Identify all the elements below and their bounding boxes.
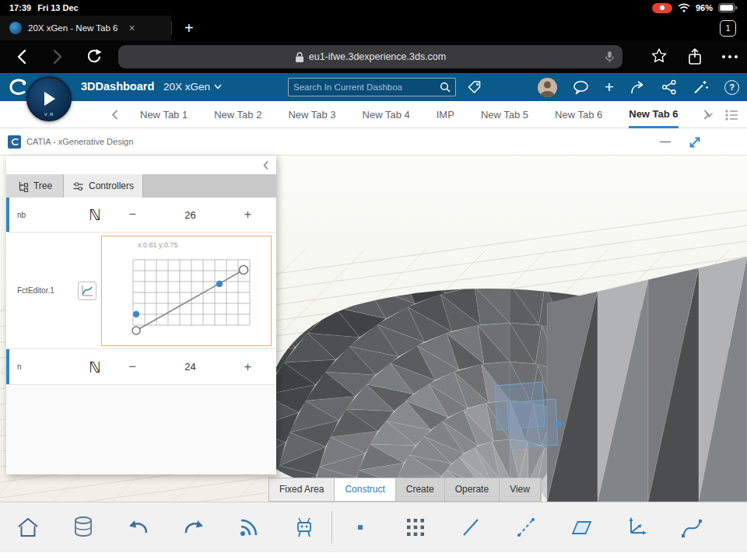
dashboard-name-menu[interactable]: 20X xGen [163,81,222,93]
user-avatar[interactable] [538,78,557,97]
chat-bubble-icon[interactable] [573,80,589,95]
spline-icon [680,516,703,538]
home-button[interactable] [0,516,55,538]
more-menu-icon[interactable] [721,54,739,60]
tab-new-tab-4[interactable]: New Tab 4 [363,101,410,128]
back-button-icon[interactable] [14,47,31,66]
share-icon[interactable] [686,47,703,66]
browser-tab[interactable]: 20X xGen - New Tab 6 × [0,16,171,40]
search-icon[interactable] [440,82,451,93]
reload-button-icon[interactable] [84,47,103,66]
point-grid-tool-button[interactable] [388,517,443,537]
catia-app-bar: CATIA - xGenerative Design — [0,128,747,156]
expand-widget-icon[interactable] [688,135,702,149]
plane-icon [570,517,593,537]
mode-tab-create[interactable]: Create [396,478,445,501]
bookmark-star-icon[interactable] [651,47,668,65]
help-button[interactable]: ? [724,80,739,95]
point-tool-button[interactable] [332,522,388,533]
plane-tool-button[interactable] [553,517,608,537]
dashboard-search[interactable] [288,78,456,96]
ipad-screen: 17:39 Fri 13 Dec 96% 20X xGen - New Tab … [0,0,747,560]
tab-controllers[interactable]: Controllers [64,174,143,198]
robot-button[interactable] [276,516,331,539]
3dcompass-widget[interactable]: V.R [26,76,72,121]
curve-control-point-1[interactable] [133,310,139,317]
add-button[interactable]: + [605,79,614,95]
curve-endpoint-start[interactable] [132,327,140,334]
scroll-tabs-right-icon[interactable] [702,109,711,121]
lock-icon [295,51,304,63]
share-forward-icon[interactable] [630,80,646,95]
function-editor-icon[interactable] [78,282,96,300]
search-input[interactable] [293,82,440,92]
mode-tab-fixed-area[interactable]: Fixed Area [269,478,335,501]
panel-header [6,156,276,174]
catia-logo-icon [8,135,21,149]
construction-line-tool-button[interactable] [498,516,553,538]
redo-button[interactable] [166,517,221,537]
mode-tab-construct[interactable]: Construct [335,478,395,501]
stream-icon [238,516,260,538]
bottom-margin [0,551,747,560]
collapse-panel-icon[interactable] [262,160,270,170]
integer-type-icon: ℕ [89,359,100,376]
integer-stepper-n: ℕ − 24 + [78,349,276,384]
parameter-value-n[interactable]: 24 [136,361,244,373]
decrement-button[interactable]: − [128,359,136,375]
address-bar[interactable]: eu1-ifwe.3dexperience.3ds.com [118,45,622,68]
tab-new-tab-5[interactable]: New Tab 5 [481,101,528,128]
tag-icon[interactable] [467,79,482,95]
spline-tool-button[interactable] [664,516,719,538]
data-button[interactable] [55,516,110,539]
close-tab-icon[interactable]: × [129,22,135,34]
stream-button[interactable] [221,516,276,538]
magic-wand-icon[interactable] [693,79,709,95]
new-tab-button[interactable]: + [184,19,194,37]
mode-tab-operate[interactable]: Operate [445,478,500,501]
share-nodes-icon[interactable] [661,79,677,95]
curve-cursor-coords: x:0.81 y:0.75 [138,241,178,249]
tab-new-tab-1[interactable]: New Tab 1 [140,101,188,128]
undo-button[interactable] [110,517,166,537]
minimize-widget-button[interactable]: — [660,135,671,147]
microphone-icon[interactable] [605,51,615,64]
forward-button-icon[interactable] [48,47,65,66]
chevron-down-icon [214,84,222,89]
curve-control-point-2[interactable] [216,280,223,286]
tab-tree-label: Tree [33,180,52,191]
browser-tab-bar: 20X xGen - New Tab 6 × + 1 [0,16,747,40]
increment-button[interactable]: + [244,208,251,222]
row-accent [6,349,9,384]
tab-new-tab-3[interactable]: New Tab 3 [288,101,335,128]
decrement-button[interactable]: − [128,207,136,222]
database-icon [72,516,94,539]
line-tool-button[interactable] [443,516,498,538]
panel-empty-area [6,385,276,474]
scroll-tabs-left-icon[interactable] [110,109,120,121]
tab-list-icon[interactable] [725,110,738,121]
tab-tree[interactable]: Tree [6,174,64,198]
dashboard-app-name[interactable]: 3DDashboard [81,80,154,93]
play-icon[interactable] [41,90,57,107]
mode-tab-view[interactable]: View [500,478,541,501]
axis-system-tool-button[interactable] [608,516,664,539]
tab-new-tab-2[interactable]: New Tab 2 [214,101,261,128]
compass-label: V.R [28,112,70,117]
sliders-icon [72,180,84,192]
tab-imp[interactable]: IMP [437,101,454,128]
tab-overview-button[interactable]: 1 [720,20,736,37]
help-glyph: ? [729,82,735,92]
curve-plot[interactable] [125,250,293,342]
curve-endpoint-end[interactable] [240,265,248,274]
function-curve-editor[interactable]: x:0.81 y:0.75 [101,236,272,346]
undo-icon [127,517,150,537]
parameter-value-nb[interactable]: 26 [136,209,244,221]
increment-button[interactable]: + [244,360,251,374]
3ds-logo-icon[interactable] [6,77,28,97]
parameter-name: n [6,349,78,384]
panel-tab-bar: Tree Controllers [6,174,276,198]
tab-new-tab-6-active[interactable]: New Tab 6 [629,101,678,128]
screen-recording-indicator-icon[interactable] [652,3,672,13]
tab-new-tab-6[interactable]: New Tab 6 [555,101,602,128]
